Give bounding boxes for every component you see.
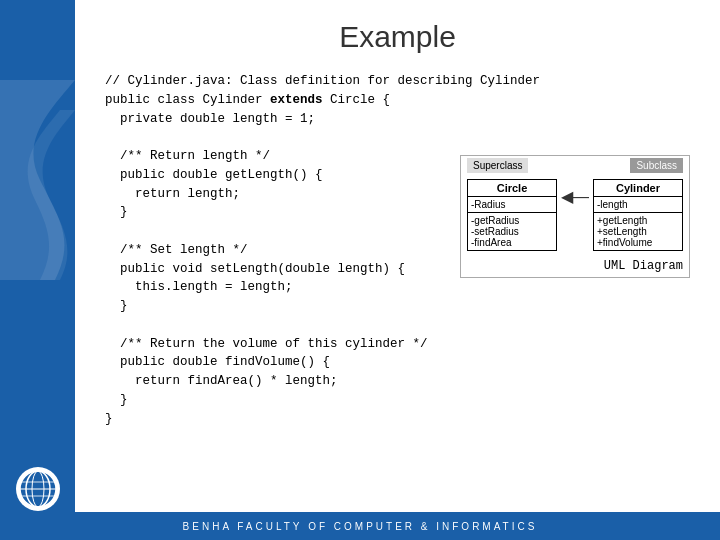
uml-circle-attr-1: -Radius bbox=[471, 199, 553, 210]
bottom-bar-text: Benha faculty of computer & Informatics bbox=[183, 521, 538, 532]
code-line-12: this.length = length; bbox=[105, 280, 293, 294]
code-line-3: private double length = 1; bbox=[105, 112, 315, 126]
uml-subclass-label: Subclass bbox=[630, 158, 683, 173]
sidebar-wave-icon bbox=[0, 80, 75, 280]
code-line-5: /** Return length */ bbox=[105, 149, 270, 163]
uml-diagram: Superclass Subclass Circle -Radius -getR… bbox=[460, 155, 690, 278]
code-line-10: /** Set length */ bbox=[105, 243, 248, 257]
uml-circle-method-1: -getRadius bbox=[471, 215, 553, 226]
uml-classes-row: Circle -Radius -getRadius -setRadius -fi… bbox=[461, 175, 689, 255]
code-line-6: public double getLength() { bbox=[105, 168, 323, 182]
code-line-15: /** Return the volume of this cylinder *… bbox=[105, 337, 428, 351]
code-line-2: public class Cylinder extends Circle { bbox=[105, 93, 390, 107]
uml-superclass-label: Superclass bbox=[467, 158, 528, 173]
left-sidebar: BFCI bbox=[0, 0, 75, 540]
code-line-11: public void setLength(double length) { bbox=[105, 262, 405, 276]
code-line-1: // Cylinder.java: Class definition for d… bbox=[105, 74, 540, 88]
bottom-bar: Benha faculty of computer & Informatics bbox=[0, 512, 720, 540]
uml-header-row: Superclass Subclass bbox=[461, 156, 689, 175]
uml-inheritance-arrow-icon: ◀— bbox=[561, 179, 589, 206]
uml-cylinder-methods: +getLength +setLength +findVolume bbox=[594, 213, 682, 250]
uml-circle-attrs: -Radius bbox=[468, 197, 556, 213]
uml-cylinder-name: Cylinder bbox=[594, 180, 682, 197]
main-content: Example // Cylinder.java: Class definiti… bbox=[75, 0, 720, 512]
code-line-8: } bbox=[105, 205, 128, 219]
logo-circle bbox=[16, 467, 60, 511]
code-line-7: return length; bbox=[105, 187, 240, 201]
uml-cylinder-attr-1: -length bbox=[597, 199, 679, 210]
uml-cylinder-method-3: +findVolume bbox=[597, 237, 679, 248]
code-line-19: } bbox=[105, 412, 113, 426]
slide-title: Example bbox=[105, 20, 690, 54]
uml-circle-method-2: -setRadius bbox=[471, 226, 553, 237]
code-line-16: public double findVolume() { bbox=[105, 355, 330, 369]
uml-circle-name: Circle bbox=[468, 180, 556, 197]
uml-cylinder-attrs: -length bbox=[594, 197, 682, 213]
code-line-13: } bbox=[105, 299, 128, 313]
code-line-18: } bbox=[105, 393, 128, 407]
uml-cylinder-class: Cylinder -length +getLength +setLength +… bbox=[593, 179, 683, 251]
uml-cylinder-method-1: +getLength bbox=[597, 215, 679, 226]
uml-caption: UML Diagram bbox=[461, 255, 689, 277]
uml-circle-method-3: -findArea bbox=[471, 237, 553, 248]
uml-circle-class: Circle -Radius -getRadius -setRadius -fi… bbox=[467, 179, 557, 251]
uml-circle-methods: -getRadius -setRadius -findArea bbox=[468, 213, 556, 250]
uml-cylinder-method-2: +setLength bbox=[597, 226, 679, 237]
logo-icon bbox=[18, 469, 58, 509]
code-line-17: return findArea() * length; bbox=[105, 374, 338, 388]
